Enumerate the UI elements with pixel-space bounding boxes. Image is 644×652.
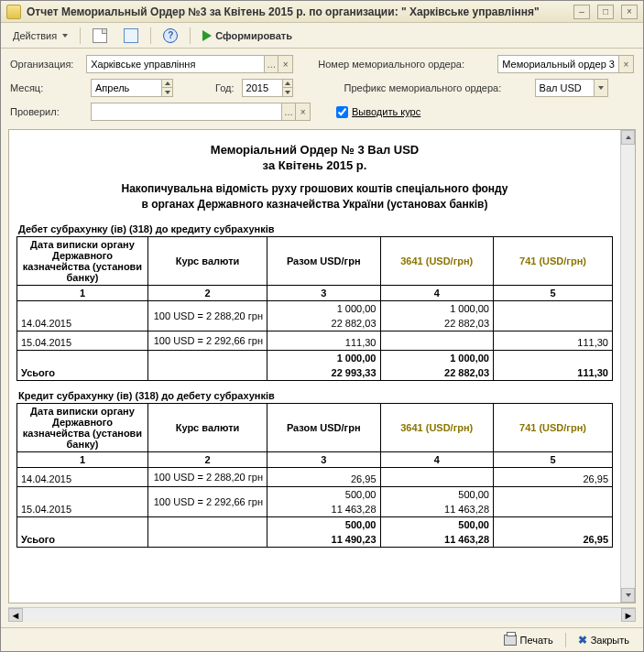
output-rate-input[interactable]	[336, 106, 348, 118]
print-button[interactable]: Печать	[497, 632, 560, 648]
col-3641: 3641 (USD/грн)	[380, 403, 494, 451]
verified-field[interactable]: … ×	[91, 103, 311, 121]
coln-2: 2	[148, 285, 267, 300]
org-select-button[interactable]: …	[264, 56, 278, 72]
prefix-field[interactable]	[535, 79, 608, 97]
coln-3: 3	[267, 451, 381, 467]
prefix-dropdown-button[interactable]	[594, 80, 606, 96]
window-title: Отчет Мемориальный Ордер №3 за Квітень 2…	[27, 5, 566, 18]
report-description: Накопичувальна відомість руху грошових к…	[16, 181, 613, 212]
printer-icon	[504, 635, 517, 646]
memo-num-input[interactable]	[498, 59, 618, 70]
year-field[interactable]	[242, 79, 293, 97]
section-credit: Кредит субрахунку (ів) (318) до дебету с…	[18, 390, 613, 401]
report-subtitle: за Квітень 2015 р.	[16, 158, 613, 172]
title-bar: Отчет Мемориальный Ордер №3 за Квітень 2…	[1, 1, 643, 23]
table-row: 15.04.2015100 USD = 2 292,66 грн500,0050…	[17, 486, 613, 502]
report-title: Меморіальний Ордер № 3 Вал USD	[16, 143, 613, 157]
tool-open[interactable]	[117, 26, 145, 46]
memo-num-field[interactable]: ×	[497, 55, 634, 73]
year-label: Год:	[215, 82, 235, 93]
report-content: Меморіальний Ордер № 3 Вал USD за Квітен…	[9, 130, 620, 603]
chevron-down-icon	[62, 34, 68, 38]
app-icon	[6, 5, 21, 19]
section-debit: Дебет субрахунку (ів) (318) до кредиту с…	[18, 223, 613, 234]
tool-help[interactable]: ?	[157, 26, 184, 46]
report-desc1: Накопичувальна відомість руху грошових к…	[122, 182, 508, 195]
close-icon: ✖	[578, 634, 587, 647]
coln-1: 1	[17, 285, 148, 300]
help-icon: ?	[163, 28, 178, 43]
vertical-scrollbar[interactable]	[620, 130, 635, 603]
toolbar-separator	[190, 27, 191, 44]
memo-num-clear-button[interactable]: ×	[618, 56, 633, 72]
close-button[interactable]: ×	[621, 5, 638, 19]
org-field[interactable]: … ×	[86, 55, 293, 73]
print-label: Печать	[520, 635, 553, 646]
horizontal-scrollbar[interactable]: ◄ ►	[8, 607, 636, 622]
col-rate: Курс валюти	[148, 236, 267, 285]
output-rate-label: Выводить курс	[352, 106, 420, 117]
year-spinner[interactable]	[282, 80, 292, 96]
scroll-up-button[interactable]	[621, 130, 635, 145]
total-row: Усього1 000,001 000,00	[17, 350, 613, 365]
prefix-label: Префикс мемориального ордера:	[344, 82, 528, 93]
scroll-left-button[interactable]: ◄	[8, 608, 23, 622]
maximize-button[interactable]: □	[597, 5, 614, 19]
play-icon	[202, 30, 212, 41]
debit-body: 14.04.2015100 USD = 2 288,20 грн1 000,00…	[17, 300, 613, 380]
coln-5: 5	[494, 285, 613, 300]
generate-button[interactable]: Сформировать	[196, 27, 299, 44]
statusbar-separator	[565, 633, 566, 647]
org-label: Организация:	[10, 59, 79, 70]
toolbar-separator	[150, 27, 151, 44]
document2-icon	[124, 28, 138, 43]
month-label: Месяц:	[10, 82, 83, 93]
report-area: Меморіальний Ордер № 3 Вал USD за Квітен…	[8, 129, 636, 603]
toolbar: Действия ? Сформировать	[1, 23, 643, 49]
verified-input[interactable]	[92, 106, 281, 117]
col-741: 741 (USD/грн)	[494, 403, 613, 451]
year-input[interactable]	[243, 82, 282, 93]
arrow-down-icon	[165, 91, 170, 94]
org-clear-button[interactable]: ×	[278, 56, 292, 72]
memo-num-label: Номер мемориального ордера:	[318, 59, 490, 70]
coln-4: 4	[380, 451, 494, 467]
col-3641: 3641 (USD/грн)	[380, 236, 494, 285]
month-spinner[interactable]	[161, 80, 172, 96]
generate-label: Сформировать	[215, 30, 292, 41]
close-form-button[interactable]: ✖ Закрыть	[572, 631, 636, 649]
scroll-right-button[interactable]: ►	[621, 608, 636, 622]
total-row: Усього500,00500,00	[17, 516, 613, 532]
credit-table: Дата виписки органу Державного казначейс…	[16, 403, 613, 548]
verified-select-button[interactable]: …	[281, 103, 296, 120]
coln-2: 2	[148, 451, 267, 467]
month-input[interactable]	[92, 82, 161, 93]
minimize-button[interactable]: –	[573, 5, 590, 19]
actions-menu[interactable]: Действия	[6, 27, 74, 44]
report-window: Отчет Мемориальный Ордер №3 за Квітень 2…	[0, 0, 644, 652]
month-field[interactable]	[91, 79, 173, 97]
actions-label: Действия	[13, 30, 57, 41]
table-row: 14.04.2015100 USD = 2 288,20 грн1 000,00…	[17, 300, 613, 316]
verified-clear-button[interactable]: ×	[295, 103, 310, 120]
col-741: 741 (USD/грн)	[494, 236, 613, 285]
coln-4: 4	[380, 285, 494, 300]
col-date: Дата виписки органу Державного казначейс…	[17, 236, 148, 285]
toolbar-separator	[80, 27, 81, 44]
close-label: Закрыть	[591, 635, 629, 646]
report-desc2: в органах Державного казначейства Україн…	[142, 198, 488, 211]
verified-label: Проверил:	[10, 106, 83, 117]
coln-3: 3	[267, 285, 381, 300]
tool-new[interactable]	[86, 26, 114, 46]
arrow-down-icon	[285, 91, 290, 94]
scroll-down-button[interactable]	[621, 588, 635, 603]
arrow-up-icon	[285, 82, 290, 85]
credit-body: 14.04.2015100 USD = 2 288,20 грн26,9526,…	[17, 467, 613, 547]
output-rate-checkbox[interactable]: Выводить курс	[336, 106, 420, 118]
status-bar: Печать ✖ Закрыть	[1, 627, 643, 651]
col-total: Разом USD/грн	[267, 236, 381, 285]
prefix-input[interactable]	[536, 82, 595, 93]
debit-table: Дата виписки органу Державного казначейс…	[16, 236, 613, 381]
org-input[interactable]	[87, 59, 264, 70]
